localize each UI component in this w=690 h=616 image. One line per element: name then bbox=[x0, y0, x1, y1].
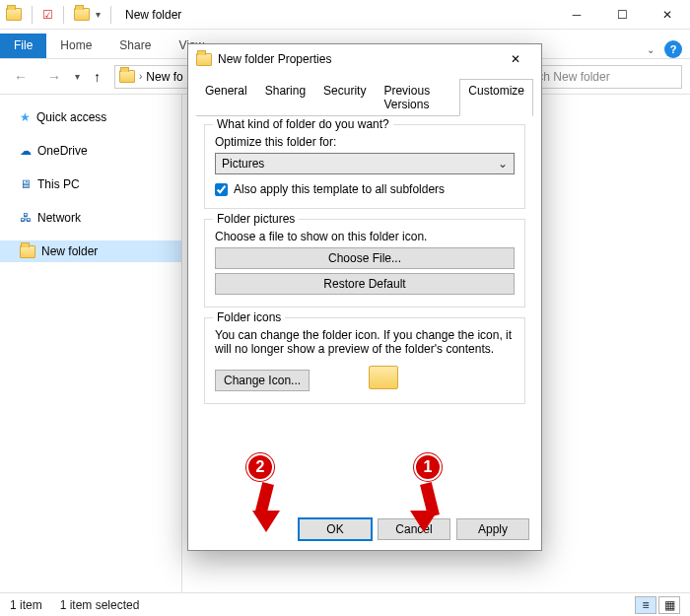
cloud-icon: ☁ bbox=[20, 144, 32, 158]
tab-previous-versions[interactable]: Previous Versions bbox=[375, 79, 459, 116]
nav-history-icon[interactable]: ▾ bbox=[75, 71, 80, 82]
nav-back-icon[interactable]: ← bbox=[8, 65, 34, 89]
folder-pictures-legend: Folder pictures bbox=[213, 212, 299, 226]
nav-forward-icon[interactable]: → bbox=[41, 65, 67, 89]
view-icons-button[interactable]: ▦ bbox=[658, 596, 680, 614]
dialog-folder-icon bbox=[196, 53, 212, 66]
network-icon: 🖧 bbox=[20, 211, 32, 225]
ribbon-expand-icon[interactable]: ⌄ bbox=[647, 44, 655, 55]
ribbon-tab-home[interactable]: Home bbox=[46, 34, 105, 58]
group-optimize: What kind of folder do you want? Optimiz… bbox=[204, 124, 525, 209]
apply-button[interactable]: Apply bbox=[456, 518, 529, 540]
qat-newfolder-icon[interactable] bbox=[74, 8, 90, 21]
properties-dialog: New folder Properties ✕ General Sharing … bbox=[187, 43, 542, 551]
choose-file-button[interactable]: Choose File... bbox=[215, 247, 515, 269]
group-folder-pictures: Folder pictures Choose a file to show on… bbox=[204, 219, 525, 308]
dialog-close-button[interactable]: ✕ bbox=[496, 45, 535, 73]
status-selection: 1 item selected bbox=[60, 598, 140, 612]
folder-icons-legend: Folder icons bbox=[213, 310, 285, 324]
view-details-button[interactable]: ≡ bbox=[635, 596, 656, 614]
chevron-right-icon: › bbox=[139, 71, 142, 82]
apply-subfolders-checkbox[interactable]: Also apply this template to all subfolde… bbox=[215, 182, 515, 196]
group-folder-icons: Folder icons You can change the folder i… bbox=[204, 317, 525, 404]
tab-sharing[interactable]: Sharing bbox=[256, 79, 314, 116]
sidebar-item-network[interactable]: 🖧 Network bbox=[0, 207, 181, 229]
tab-security[interactable]: Security bbox=[314, 79, 375, 116]
sidebar-item-label: OneDrive bbox=[37, 144, 88, 158]
apply-subfolders-label: Also apply this template to all subfolde… bbox=[234, 182, 445, 196]
apply-subfolders-input[interactable] bbox=[215, 183, 228, 196]
status-item-count: 1 item bbox=[10, 598, 42, 612]
address-text: New fo bbox=[146, 70, 182, 84]
address-folder-icon bbox=[119, 70, 135, 83]
dialog-tabstrip: General Sharing Security Previous Versio… bbox=[196, 78, 533, 116]
sidebar-item-label: This PC bbox=[37, 177, 80, 191]
folder-icon bbox=[20, 245, 35, 258]
ok-button[interactable]: OK bbox=[299, 518, 372, 540]
tab-general[interactable]: General bbox=[196, 79, 256, 116]
ribbon-tab-file[interactable]: File bbox=[0, 34, 46, 58]
restore-default-button[interactable]: Restore Default bbox=[215, 273, 515, 295]
optimize-combobox[interactable]: Pictures ⌄ bbox=[215, 153, 515, 174]
optimize-label: Optimize this folder for: bbox=[215, 135, 515, 149]
cancel-button[interactable]: Cancel bbox=[378, 518, 450, 540]
help-icon[interactable]: ? bbox=[664, 40, 682, 58]
nav-up-icon[interactable]: ↑ bbox=[88, 65, 106, 89]
dialog-title: New folder Properties bbox=[218, 52, 331, 66]
qat-properties-icon[interactable]: ☑ bbox=[42, 8, 53, 22]
sidebar-item-quick-access[interactable]: ★ Quick access bbox=[0, 106, 181, 128]
pc-icon: 🖥 bbox=[20, 177, 32, 191]
minimize-button[interactable]: ─ bbox=[554, 0, 599, 30]
close-button[interactable]: ✕ bbox=[645, 0, 690, 30]
maximize-button[interactable]: ☐ bbox=[599, 0, 645, 30]
chevron-down-icon: ⌄ bbox=[498, 157, 508, 171]
window-title: New folder bbox=[125, 8, 181, 22]
navigation-pane: ★ Quick access ☁ OneDrive 🖥 This PC 🖧 Ne… bbox=[0, 95, 182, 592]
qat-dropdown-icon[interactable]: ▾ bbox=[96, 9, 101, 20]
sidebar-item-label: Network bbox=[37, 211, 81, 225]
star-icon: ★ bbox=[20, 110, 31, 124]
sidebar-item-onedrive[interactable]: ☁ OneDrive bbox=[0, 140, 181, 162]
change-icon-button[interactable]: Change Icon... bbox=[215, 370, 310, 391]
folder-preview-icon bbox=[369, 366, 398, 389]
folder-icons-desc: You can change the folder icon. If you c… bbox=[215, 328, 515, 356]
ribbon-tab-share[interactable]: Share bbox=[105, 34, 165, 58]
sidebar-item-label: New folder bbox=[41, 244, 98, 258]
sidebar-item-new-folder[interactable]: New folder bbox=[0, 240, 181, 262]
group-optimize-legend: What kind of folder do you want? bbox=[213, 117, 393, 131]
tab-customize[interactable]: Customize bbox=[459, 79, 533, 116]
folder-pictures-desc: Choose a file to show on this folder ico… bbox=[215, 230, 515, 243]
window-icon-folder bbox=[6, 8, 22, 21]
sidebar-item-this-pc[interactable]: 🖥 This PC bbox=[0, 173, 181, 195]
dialog-titlebar[interactable]: New folder Properties ✕ bbox=[188, 44, 541, 74]
optimize-value: Pictures bbox=[222, 157, 264, 171]
status-bar: 1 item 1 item selected ≡ ▦ bbox=[0, 592, 690, 616]
sidebar-item-label: Quick access bbox=[36, 110, 106, 124]
explorer-titlebar: ☑ ▾ New folder ─ ☐ ✕ bbox=[0, 0, 690, 30]
